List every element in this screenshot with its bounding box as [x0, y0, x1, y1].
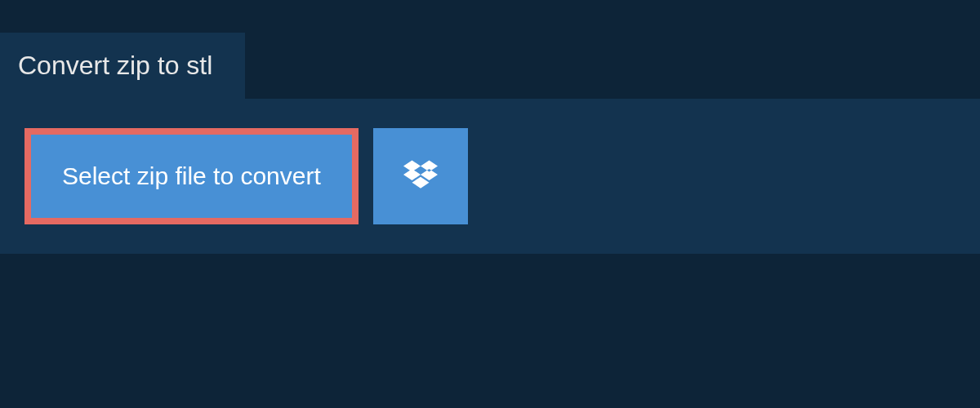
tab-title: Convert zip to stl	[0, 33, 245, 99]
select-file-button[interactable]: Select zip file to convert	[24, 128, 359, 224]
select-file-label: Select zip file to convert	[62, 162, 321, 190]
dropbox-button[interactable]	[373, 128, 468, 224]
dropbox-icon	[403, 157, 438, 195]
main-panel: Select zip file to convert	[0, 99, 980, 254]
